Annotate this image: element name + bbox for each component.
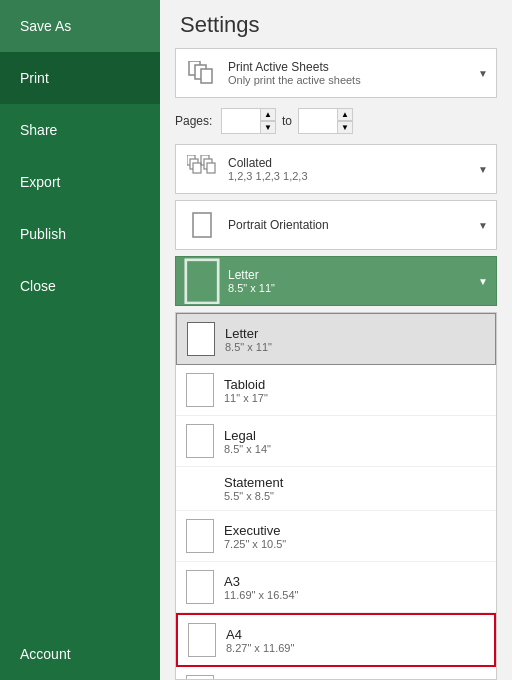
svg-rect-2 [201, 69, 212, 83]
dropdown-arrow-icon: ▼ [478, 68, 488, 79]
print-active-icon [184, 55, 220, 91]
print-active-main: Print Active Sheets [228, 60, 474, 74]
paper-size-legal: 8.5" x 14" [224, 443, 271, 455]
paper-item-a5[interactable]: A5 5.83" x 8.27" [176, 667, 496, 680]
orientation-text: Portrait Orientation [228, 218, 474, 232]
paper-size-tabloid: 11" x 17" [224, 392, 268, 404]
dropdown-arrow-icon-2: ▼ [478, 164, 488, 175]
collated-icon [184, 151, 220, 187]
paper-item-a3[interactable]: A3 11.69" x 16.54" [176, 562, 496, 613]
paper-icon-tabloid [186, 373, 214, 407]
paper-name-letter: Letter [225, 326, 272, 341]
paper-item-legal[interactable]: Legal 8.5" x 14" [176, 416, 496, 467]
paper-item-executive[interactable]: Executive 7.25" x 10.5" [176, 511, 496, 562]
sidebar-item-save-as[interactable]: Save As [0, 0, 160, 52]
pages-to-label: to [282, 114, 292, 128]
sidebar-item-print[interactable]: Print [0, 52, 160, 104]
sidebar-item-close[interactable]: Close [0, 260, 160, 312]
sidebar-item-label: Share [20, 122, 57, 138]
paper-size-active-dropdown[interactable]: Letter 8.5" x 11" ▼ [175, 256, 497, 306]
sidebar-item-label: Close [20, 278, 56, 294]
svg-rect-5 [193, 163, 201, 173]
paper-active-main: Letter [228, 268, 474, 282]
sidebar: Save As Print Share Export Publish Close… [0, 0, 160, 680]
collated-sub: 1,2,3 1,2,3 1,2,3 [228, 170, 474, 182]
paper-item-letter[interactable]: Letter 8.5" x 11" [176, 313, 496, 365]
paper-info-executive: Executive 7.25" x 10.5" [224, 523, 286, 550]
paper-name-a3: A3 [224, 574, 298, 589]
collated-text: Collated 1,2,3 1,2,3 1,2,3 [228, 156, 474, 182]
paper-info-legal: Legal 8.5" x 14" [224, 428, 271, 455]
spinner-buttons-2: ▲ ▼ [337, 108, 353, 134]
paper-size-executive: 7.25" x 10.5" [224, 538, 286, 550]
settings-content: Print Active Sheets Only print the activ… [160, 48, 512, 680]
pages-label: Pages: [175, 114, 215, 128]
paper-item-statement[interactable]: Statement 5.5" x 8.5" [176, 467, 496, 511]
sidebar-item-label: Account [20, 646, 71, 662]
paper-info-statement: Statement 5.5" x 8.5" [224, 475, 283, 502]
paper-info-a4: A4 8.27" x 11.69" [226, 627, 294, 654]
paper-icon-executive [186, 519, 214, 553]
sidebar-spacer [0, 312, 160, 628]
paper-size-statement: 5.5" x 8.5" [224, 490, 283, 502]
paper-size-a3: 11.69" x 16.54" [224, 589, 298, 601]
sidebar-item-label: Export [20, 174, 60, 190]
pages-row: Pages: ▲ ▼ to ▲ ▼ [175, 104, 497, 138]
orientation-main: Portrait Orientation [228, 218, 474, 232]
paper-size-list: Letter 8.5" x 11" Tabloid 11" x 17" Lega… [175, 312, 497, 680]
dropdown-arrow-icon-4: ▼ [478, 276, 488, 287]
paper-item-a4[interactable]: A4 8.27" x 11.69" [176, 613, 496, 667]
main-content: Settings Print Active Sheets Only print … [160, 0, 512, 680]
sidebar-item-publish[interactable]: Publish [0, 208, 160, 260]
svg-rect-9 [193, 213, 211, 237]
spinner-down-button-2[interactable]: ▼ [337, 121, 353, 134]
sidebar-item-label: Save As [20, 18, 71, 34]
paper-name-tabloid: Tabloid [224, 377, 268, 392]
paper-icon-legal [186, 424, 214, 458]
print-active-sub: Only print the active sheets [228, 74, 474, 86]
sidebar-item-account[interactable]: Account [0, 628, 160, 680]
orientation-dropdown[interactable]: Portrait Orientation ▼ [175, 200, 497, 250]
sidebar-item-label: Print [20, 70, 49, 86]
collated-dropdown[interactable]: Collated 1,2,3 1,2,3 1,2,3 ▼ [175, 144, 497, 194]
svg-rect-10 [186, 259, 218, 302]
paper-info-tabloid: Tabloid 11" x 17" [224, 377, 268, 404]
print-active-text: Print Active Sheets Only print the activ… [228, 60, 474, 86]
pages-from-spinner[interactable]: ▲ ▼ [221, 108, 276, 134]
pages-to-spinner[interactable]: ▲ ▼ [298, 108, 353, 134]
paper-active-sub: 8.5" x 11" [228, 282, 474, 294]
spinner-buttons: ▲ ▼ [260, 108, 276, 134]
page-title: Settings [160, 0, 512, 48]
paper-icon-letter [187, 322, 215, 356]
spinner-up-button-2[interactable]: ▲ [337, 108, 353, 121]
paper-info-a3: A3 11.69" x 16.54" [224, 574, 298, 601]
spinner-up-button[interactable]: ▲ [260, 108, 276, 121]
sidebar-item-label: Publish [20, 226, 66, 242]
portrait-icon [184, 207, 220, 243]
print-active-dropdown[interactable]: Print Active Sheets Only print the activ… [175, 48, 497, 98]
paper-size-a4: 8.27" x 11.69" [226, 642, 294, 654]
spinner-down-button[interactable]: ▼ [260, 121, 276, 134]
paper-name-legal: Legal [224, 428, 271, 443]
collated-main: Collated [228, 156, 474, 170]
dropdown-arrow-icon-3: ▼ [478, 220, 488, 231]
paper-item-tabloid[interactable]: Tabloid 11" x 17" [176, 365, 496, 416]
paper-name-executive: Executive [224, 523, 286, 538]
paper-name-a4: A4 [226, 627, 294, 642]
paper-active-icon [184, 263, 220, 299]
paper-info-letter: Letter 8.5" x 11" [225, 326, 272, 353]
paper-icon-a4 [188, 623, 216, 657]
paper-icon-a5 [186, 675, 214, 680]
paper-name-statement: Statement [224, 475, 283, 490]
sidebar-item-share[interactable]: Share [0, 104, 160, 156]
paper-size-letter: 8.5" x 11" [225, 341, 272, 353]
paper-active-text: Letter 8.5" x 11" [228, 268, 474, 294]
sidebar-item-export[interactable]: Export [0, 156, 160, 208]
paper-icon-a3 [186, 570, 214, 604]
svg-rect-8 [207, 163, 215, 173]
